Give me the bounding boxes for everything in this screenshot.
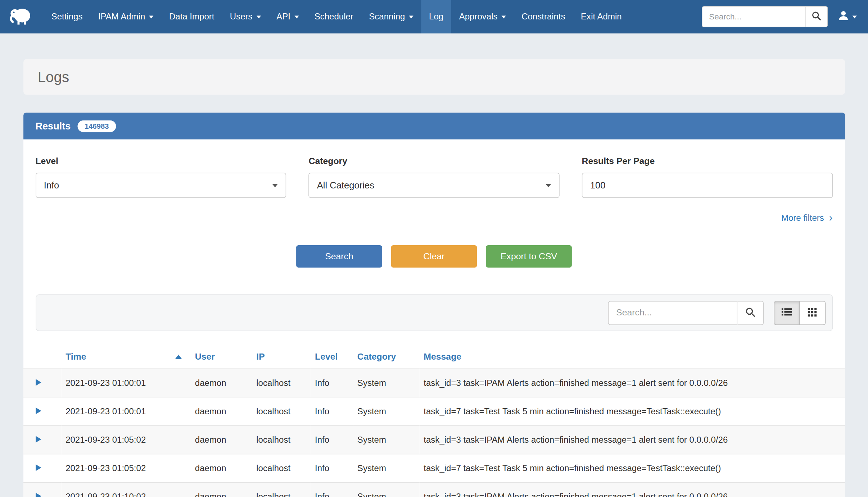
cell-ip: localhost [252,426,311,454]
row-expand-icon[interactable] [35,464,41,471]
category-label: Category [308,156,559,166]
nav-item-label: API [276,12,290,22]
cell-message: task_id=7 task=Test Task 5 min action=fi… [419,397,845,425]
list-view-button[interactable] [773,301,800,325]
row-expand-icon[interactable] [35,407,41,414]
cell-user: daemon [190,426,252,454]
level-select-value: Info [44,180,59,191]
cell-level: Info [311,397,353,425]
nav-item-label: Exit Admin [581,12,622,22]
table-search-button[interactable] [737,301,763,325]
nav-item-label: Constraints [521,12,565,22]
more-filters-label: More filters [781,213,824,223]
column-header-expander [23,345,61,369]
nav-item-label: Settings [51,12,83,22]
nav-item-scanning[interactable]: Scanning [361,0,421,33]
table-search-group [608,301,763,325]
grid-view-icon [808,307,817,318]
cell-message: task_id=3 task=IPAM Alerts action=finish… [419,483,845,497]
row-expand-icon[interactable] [35,379,41,386]
mammoth-logo-icon [9,5,32,28]
category-select[interactable]: All Categories [308,173,559,198]
nav-item-label: Approvals [459,12,498,22]
main-content: Logs Results 146983 Level Info [23,59,845,497]
level-select[interactable]: Info [35,173,286,198]
nav-item-constraints[interactable]: Constraints [514,0,573,33]
cell-message: task_id=3 task=IPAM Alerts action=finish… [419,369,845,397]
category-select-value: All Categories [317,180,374,191]
phpipam-logo[interactable] [8,0,33,33]
nav-item-label: Log [429,12,443,22]
nav-item-exit-admin[interactable]: Exit Admin [573,0,629,33]
navbar-search-input[interactable] [702,7,805,27]
top-navbar: Settings IPAM Admin Data Import Users AP… [0,0,868,33]
grid-view-button[interactable] [799,301,826,325]
table-header-row: Time User IP Level [23,345,845,369]
cell-category: System [353,369,419,397]
cell-category: System [353,426,419,454]
column-header-user[interactable]: User [190,345,252,369]
column-header-time[interactable]: Time [61,345,191,369]
nav-item-scheduler[interactable]: Scheduler [307,0,361,33]
main-nav: Settings IPAM Admin Data Import Users AP… [44,0,629,33]
column-label: IP [256,352,265,361]
column-header-message[interactable]: Message [419,345,845,369]
column-label: Level [315,352,338,361]
caret-down-icon [294,15,299,18]
filter-level: Level Info [35,156,286,198]
cell-user: daemon [190,397,252,425]
nav-item-log[interactable]: Log [421,0,451,33]
clear-button[interactable]: Clear [391,245,477,268]
table-search-input[interactable] [608,301,737,325]
cell-time: 2021-09-23 01:00:01 [61,369,191,397]
cell-user: daemon [190,454,252,483]
results-count-badge: 146983 [77,120,116,132]
nav-item-settings[interactable]: Settings [44,0,90,33]
nav-item-label: Scheduler [315,12,353,22]
more-filters-row: More filters › [35,213,832,223]
cell-ip: localhost [252,397,311,425]
nav-item-users[interactable]: Users [222,0,268,33]
caret-down-icon [853,15,857,18]
cell-level: Info [311,454,353,483]
export-csv-button[interactable]: Export to CSV [486,245,572,268]
caret-down-icon [256,15,261,18]
row-expand-icon[interactable] [35,436,41,443]
action-buttons-row: Search Clear Export to CSV [35,245,832,268]
nav-item-approvals[interactable]: Approvals [451,0,514,33]
cell-message: task_id=7 task=Test Task 5 min action=fi… [419,454,845,483]
cell-user: daemon [190,483,252,497]
caret-down-icon [272,184,278,187]
more-filters-link[interactable]: More filters › [781,213,833,223]
cell-level: Info [311,369,353,397]
column-header-ip[interactable]: IP [252,345,311,369]
column-header-category[interactable]: Category [353,345,419,369]
column-label: Message [424,352,461,361]
per-page-label: Results Per Page [582,156,833,166]
column-label: Category [357,352,396,361]
cell-category: System [353,483,419,497]
column-label: Time [65,352,86,362]
cell-time: 2021-09-23 01:05:02 [61,454,191,483]
nav-item-label: IPAM Admin [98,12,145,22]
column-label: User [195,352,215,361]
nav-item-data-import[interactable]: Data Import [161,0,222,33]
sort-asc-icon [175,355,182,359]
list-view-icon [781,308,792,318]
nav-item-label: Data Import [169,12,214,22]
user-menu[interactable] [838,10,860,23]
column-header-level[interactable]: Level [311,345,353,369]
results-panel: Results 146983 Level Info Category [23,113,845,497]
logs-table: Time User IP Level [23,345,845,497]
table-row: 2021-09-23 01:10:02 daemon localhost Inf… [23,483,845,497]
nav-item-api[interactable]: API [269,0,307,33]
search-button[interactable]: Search [296,245,382,268]
navbar-search-button[interactable] [805,7,827,27]
nav-item-ipam-admin[interactable]: IPAM Admin [90,0,161,33]
results-panel-body: Level Info Category All Categories [23,140,845,331]
navbar-right [702,6,860,27]
cell-time: 2021-09-23 01:10:02 [61,483,191,497]
row-expand-icon[interactable] [35,493,41,497]
cell-level: Info [311,426,353,454]
per-page-input[interactable] [582,173,833,198]
